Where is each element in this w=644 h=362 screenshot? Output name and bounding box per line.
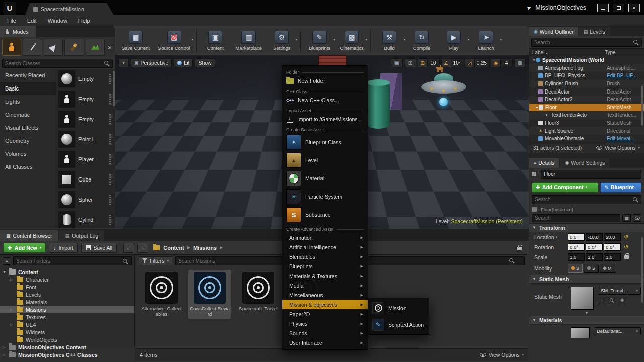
viewport-options-button[interactable]: ▼	[118, 58, 129, 67]
drag-handle[interactable]	[108, 174, 112, 185]
category-lights[interactable]: Lights	[0, 95, 56, 108]
tab-levels[interactable]: ▤Levels	[579, 27, 610, 36]
view-options-button[interactable]: View Options▾	[480, 352, 524, 358]
outliner-row-bp-ufo[interactable]: BP_UFO_PhysicsEdit BP_UF...	[529, 72, 644, 80]
dropdown-arrow-icon[interactable]: ▾	[334, 38, 336, 42]
perspective-button[interactable]: ▣Perspective	[131, 58, 172, 67]
expand-arrow-icon[interactable]: ▼	[3, 270, 7, 274]
placeable-point-light[interactable]: Point L	[56, 129, 115, 149]
menu-item-mission-and-objectives[interactable]: Mission & objectives▶	[282, 300, 368, 309]
content-button[interactable]: ▣Content	[200, 28, 231, 54]
tree-item-worldobjects[interactable]: WorldObjects	[0, 336, 134, 343]
section-transform[interactable]: ▼Transform	[529, 223, 644, 232]
menu-item-import[interactable]: Import to /Game/Missions...	[282, 114, 368, 124]
menu-item-blueprint-class[interactable]: ✦Blueprint Class	[282, 133, 368, 151]
search-folders-input[interactable]	[13, 256, 132, 265]
gizmo-space-button[interactable]: ▣	[391, 58, 403, 67]
menu-item-media[interactable]: Media▶	[282, 281, 368, 290]
material-thumbnail[interactable]	[571, 327, 590, 338]
breadcrumb-content[interactable]: Content	[163, 245, 184, 251]
blueprints-button[interactable]: ✎Blueprints▾	[304, 28, 335, 54]
menu-item-artificial-intelligence[interactable]: Artificial Intelligence▶	[282, 242, 368, 252]
edit-blueprint-link[interactable]: Edit Moval...	[607, 136, 642, 141]
outliner-row-movable-obstacle[interactable]: MovableObstacleEdit Moval...	[529, 135, 644, 143]
property-matrix-button[interactable]: ▦	[622, 214, 631, 222]
category-all-classes[interactable]: All Classes	[0, 160, 56, 173]
search-classes-input[interactable]	[2, 59, 113, 68]
column-type[interactable]: Type	[605, 50, 641, 55]
scrollbar[interactable]	[641, 237, 643, 303]
show-menu-button[interactable]: Show	[195, 58, 215, 67]
menu-item-blueprints[interactable]: Blueprints▶	[282, 261, 368, 271]
settings-button[interactable]: ⚙Settings▾	[266, 28, 297, 54]
play-button[interactable]: ▶Play▾	[438, 28, 469, 54]
expand-arrow-icon[interactable]: ▼	[535, 106, 539, 109]
location-z-field[interactable]: 20,0	[604, 233, 621, 241]
mode-place-button[interactable]	[2, 39, 21, 56]
tree-item-missionobjectives-content[interactable]: ▷MissionObjectives Content	[0, 343, 134, 351]
menu-window[interactable]: Window	[48, 18, 67, 24]
lit-mode-button[interactable]: Lit	[174, 58, 193, 67]
tree-item-levels[interactable]: Levels	[0, 291, 134, 298]
scrollbar[interactable]	[113, 71, 115, 106]
menu-item-new-cpp-class[interactable]: C++New C++ Class...	[282, 95, 368, 105]
static-mesh-thumbnail[interactable]	[571, 287, 594, 310]
close-button[interactable]: ×	[628, 4, 640, 12]
dropdown-arrow-icon[interactable]: ▾	[468, 38, 470, 42]
category-geometry[interactable]: Geometry	[0, 134, 56, 147]
menu-item-blendables[interactable]: Blendables▶	[282, 252, 368, 261]
outliner-row-cylinder-brush[interactable]: Cylinder BrushBrush	[529, 80, 644, 88]
category-recently-placed[interactable]: Recently Placed	[0, 69, 56, 82]
tab-content-browser[interactable]: ▦Content Browser	[0, 230, 58, 241]
drag-handle[interactable]	[108, 114, 112, 125]
drag-handle[interactable]	[108, 194, 112, 205]
menu-help[interactable]: Help	[78, 18, 90, 24]
tree-item-missionobjectives-cpp[interactable]: ▷MissionObjectives C++ Classes	[0, 351, 134, 358]
menu-file[interactable]: File	[7, 18, 16, 24]
placeable-empty-character[interactable]: Empty	[56, 89, 115, 109]
level-name[interactable]: SpacecraftMission (Persistent)	[451, 218, 523, 224]
section-static-mesh[interactable]: ▼Static Mesh	[529, 275, 644, 284]
drag-handle[interactable]	[108, 134, 112, 145]
menu-item-miscellaneous[interactable]: Miscellaneous▶	[282, 290, 368, 300]
blueprint-button[interactable]: ✎Blueprint	[600, 182, 641, 193]
placeable-player-start[interactable]: Player	[56, 149, 115, 169]
use-selected-asset-button[interactable]: ←	[598, 297, 606, 304]
maximize-viewport-button[interactable]: ⊠	[514, 58, 526, 67]
menu-item-new-folder[interactable]: New Folder	[282, 76, 368, 86]
asset-alternative-collectables[interactable]: Alternative_Collectables	[140, 270, 183, 319]
surface-snap-button[interactable]: ⊞	[405, 58, 416, 67]
placeable-sphere[interactable]: Spher	[56, 190, 115, 210]
tree-item-font[interactable]: Font	[0, 283, 134, 291]
menu-item-physics[interactable]: Physics▶	[282, 319, 368, 328]
source-control-button[interactable]: ▤ØSource Control▾	[154, 28, 193, 54]
menu-item-substance[interactable]: SSubstance	[282, 206, 368, 224]
mode-paint-button[interactable]	[23, 39, 42, 56]
placeable-empty-pawn[interactable]: Empty	[56, 109, 115, 129]
component-row-floor-instance[interactable]: Floor(Instance)	[532, 206, 641, 213]
scale-y-field[interactable]: 1,0	[586, 253, 603, 261]
drag-handle[interactable]	[108, 214, 112, 225]
outliner-row-world[interactable]: ▼SpacecraftMission (World	[529, 56, 644, 64]
drag-handle[interactable]	[108, 154, 112, 165]
save-all-button[interactable]: Save All	[81, 243, 117, 253]
outliner-row-decalactor2[interactable]: DecalActor2DecalActor	[529, 96, 644, 104]
asset-cowscollect-reward[interactable]: CowsCollect Reward	[188, 270, 231, 319]
rotation-z-field[interactable]: 0,0°	[604, 243, 621, 251]
category-volumes[interactable]: Volumes	[0, 147, 56, 160]
tab-output-log[interactable]: ▤Output Log	[59, 230, 104, 241]
build-button[interactable]: ⚒Build▾	[374, 28, 405, 54]
breadcrumb-missions[interactable]: Missions	[193, 245, 217, 251]
placeable-cylinder[interactable]: Cylind	[56, 210, 115, 230]
launch-button[interactable]: ➤Launch▾	[470, 28, 502, 54]
expand-arrow-icon[interactable]: ▷	[10, 278, 14, 282]
drag-handle[interactable]	[108, 94, 112, 105]
expand-arrow-icon[interactable]: ▷	[3, 345, 7, 349]
grid-snap-value[interactable]: 10	[428, 58, 440, 67]
dropdown-arrow-icon[interactable]: ▾	[556, 235, 558, 239]
scrollbar[interactable]	[641, 85, 643, 126]
lock-scale-icon[interactable]	[624, 255, 629, 259]
scale-x-field[interactable]: 1,0	[568, 253, 585, 261]
filters-button[interactable]: Filters▾	[139, 256, 172, 265]
mode-foliage-button[interactable]	[64, 39, 84, 56]
